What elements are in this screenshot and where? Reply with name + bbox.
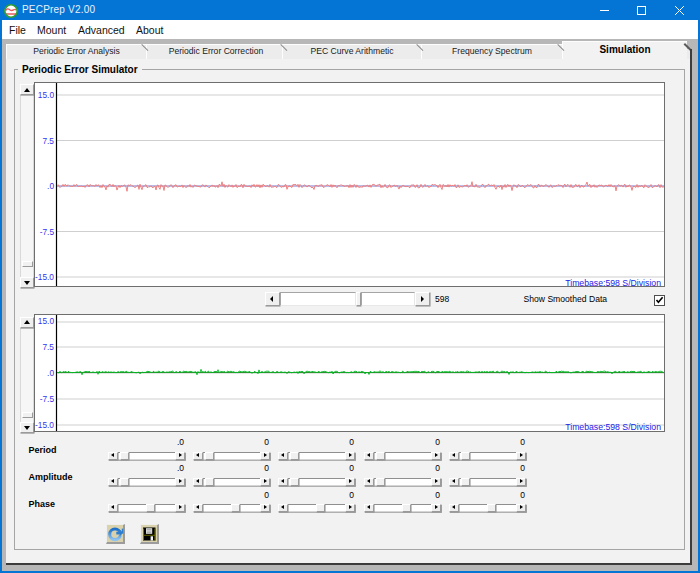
svg-text:Timebase:598 S/Division: Timebase:598 S/Division (565, 422, 661, 431)
svg-text:-15.0: -15.0 (35, 420, 54, 430)
svg-text:-7.5: -7.5 (39, 227, 54, 237)
svg-text:7.5: 7.5 (42, 136, 54, 146)
svg-text:.0: .0 (47, 181, 54, 191)
svg-text:7.5: 7.5 (42, 342, 54, 352)
svg-text:Timebase:598 S/Division: Timebase:598 S/Division (565, 278, 661, 286)
svg-text:15.0: 15.0 (37, 90, 54, 100)
svg-text:.0: .0 (47, 368, 54, 378)
svg-text:15.0: 15.0 (37, 316, 54, 326)
svg-text:-7.5: -7.5 (39, 394, 54, 404)
svg-text:-15.0: -15.0 (35, 272, 54, 282)
